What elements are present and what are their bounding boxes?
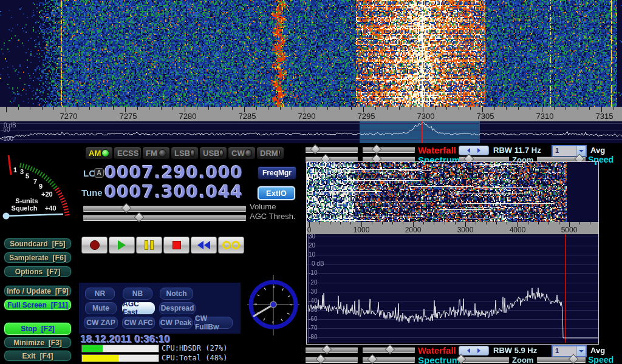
zoom-slider-bottom[interactable] — [459, 357, 509, 363]
chevron-down-icon[interactable] — [576, 346, 586, 356]
overview-spectrum-trace — [0, 121, 622, 143]
freq-label: 7270 — [50, 112, 87, 121]
audio-waterfall[interactable] — [307, 162, 598, 222]
cpu-total-bar — [81, 354, 159, 362]
s-meter-tick-label: 1 — [13, 166, 17, 174]
volume-slider[interactable] — [83, 206, 246, 212]
rewind-icon — [197, 241, 210, 249]
mute-button[interactable]: Mute — [85, 302, 117, 314]
waterfall-contrast-slider-bottom[interactable] — [306, 347, 358, 353]
audio-db-label: 30 — [309, 234, 315, 240]
spectrum-label-bottom: Spectrum — [418, 355, 460, 364]
samplerate-button[interactable]: Samplerate[F6] — [4, 252, 72, 263]
db-label: -100 — [1, 135, 13, 142]
mode-led — [138, 149, 140, 157]
options-button[interactable]: Options[F7] — [4, 266, 72, 277]
rewind-button[interactable] — [191, 237, 217, 254]
freq-label: 7310 — [527, 112, 563, 121]
waterfall-brightness-slider-bottom[interactable] — [363, 347, 415, 353]
agc-slider-thumb[interactable] — [134, 212, 145, 223]
mode-led — [219, 149, 224, 157]
s-meter-dial — [1, 152, 71, 229]
freqmgr-button[interactable]: FreqMgr — [258, 166, 296, 180]
fullscreen-button[interactable]: Full Screen[F11] — [4, 299, 72, 311]
cw-zap-button[interactable]: CW ZAP — [84, 317, 118, 329]
audio-db-label: -10 — [309, 269, 317, 276]
s-meter-tick-label: +40 — [45, 204, 56, 212]
monitor-button[interactable] — [218, 237, 244, 254]
arrow-right-icon — [477, 148, 480, 153]
record-button[interactable] — [81, 237, 108, 254]
pause-button[interactable] — [136, 237, 162, 254]
freq-label: 7295 — [348, 112, 384, 121]
despread-button[interactable]: Despread — [159, 302, 196, 314]
main-frequency-scale[interactable]: 7270 7275 7280 7285 7290 7295 7300 7305 … — [0, 107, 622, 121]
agc-fast-button[interactable]: AGC Fast — [122, 302, 155, 314]
main-waterfall[interactable] — [0, 0, 622, 107]
cpu-total-fill — [82, 355, 118, 362]
audio-freq-label: 1000 — [346, 226, 377, 234]
cw-afc-button[interactable]: CW AFC — [122, 317, 155, 329]
mode-button-drm[interactable]: DRM — [256, 147, 284, 160]
band-arrows-bottom[interactable] — [459, 346, 489, 356]
mode-button-fm[interactable]: FM — [142, 147, 170, 160]
audio-spectrum[interactable]: 30 20 10 0 dB -10 -20 -30 -40 -50 -60 -7… — [307, 234, 598, 343]
waterfall-brightness-slider-top[interactable] — [363, 147, 415, 153]
cpu-hdsdr-label: CPU:HDSDR (27%) — [162, 344, 227, 352]
spectrum-gain-slider-bottom[interactable] — [306, 357, 358, 363]
mode-button-am[interactable]: AM — [85, 147, 113, 160]
squelch-slider — [5, 214, 63, 216]
spectrum-offset-slider-bottom[interactable] — [363, 357, 415, 363]
stop-playback-button[interactable] — [163, 237, 190, 254]
record-icon — [90, 240, 100, 250]
audio-display-panel: 0 1000 2000 3000 4000 5000 30 20 10 0 dB… — [306, 161, 599, 345]
agc-threshold-slider[interactable] — [83, 215, 246, 221]
overview-spectrum[interactable]: 0 dB -50 -100 — [0, 121, 622, 143]
stop-button[interactable]: Stop[F2] — [4, 322, 72, 335]
s-meter-tick-label: 7 — [33, 178, 37, 185]
tune-label: Tune — [81, 187, 103, 198]
minimize-button[interactable]: Minimize[F3] — [4, 337, 72, 348]
volume-slider-thumb[interactable] — [121, 203, 131, 214]
lo-mode-badge[interactable]: A — [94, 168, 104, 178]
speed-slider-bottom[interactable] — [537, 357, 586, 363]
audio-frequency-scale[interactable]: 0 1000 2000 3000 4000 5000 — [307, 222, 598, 234]
mode-led — [101, 149, 109, 157]
soundcard-button[interactable]: Soundcard[F5] — [4, 238, 72, 249]
lo-frequency-display[interactable]: 0007.290.000 — [104, 163, 243, 183]
avg-dropdown-bottom[interactable]: 1 — [552, 345, 587, 357]
rbw-bottom: RBW 5.9 Hz — [493, 346, 537, 355]
tune-frequency-display[interactable]: 0007.300.044 — [104, 182, 243, 202]
freq-label: 7275 — [110, 112, 146, 121]
mode-button-lsb[interactable]: LSB — [171, 147, 199, 160]
audio-db-label: -80 — [309, 334, 317, 340]
s-meter-tick-label: 5 — [26, 172, 29, 180]
cw-peak-button[interactable]: CW Peak — [159, 317, 193, 329]
nb-button[interactable]: NB — [123, 288, 152, 300]
s-meter-needle — [9, 155, 11, 175]
agc-threshold-label: AGC Thresh. — [250, 212, 296, 221]
phase-dial — [245, 275, 302, 335]
freq-label: 7280 — [169, 112, 206, 121]
mode-button-ecss[interactable]: ECSS — [114, 147, 142, 160]
waterfall-contrast-slider-top[interactable] — [306, 147, 358, 153]
extio-button[interactable]: ExtIO — [258, 186, 295, 200]
notch-button[interactable]: Notch — [160, 288, 193, 300]
phase-indicator: Phase 210 — [245, 275, 302, 335]
audio-freq-label: 4000 — [502, 226, 533, 234]
nr-button[interactable]: NR — [85, 288, 115, 300]
exit-button[interactable]: Exit[F4] — [4, 350, 72, 362]
squelch-label: Squelch — [6, 204, 43, 212]
audio-db-label: 0 dB — [312, 260, 324, 267]
cw-fullbw-button[interactable]: CW FullBw — [194, 317, 233, 329]
speed-label-bottom: Speed — [588, 355, 613, 364]
info-update-button[interactable]: Info / Update[F9] — [4, 285, 72, 297]
avg-label-top: Avg — [590, 146, 605, 155]
mode-button-usb[interactable]: USB — [199, 147, 227, 160]
play-button[interactable] — [109, 237, 135, 254]
mode-button-cw[interactable]: CW — [228, 147, 256, 160]
s-units-label: S-units — [9, 197, 45, 204]
band-arrows-top[interactable] — [459, 146, 489, 155]
audio-freq-label: 2000 — [398, 226, 428, 234]
audio-db-label: 10 — [309, 251, 315, 258]
